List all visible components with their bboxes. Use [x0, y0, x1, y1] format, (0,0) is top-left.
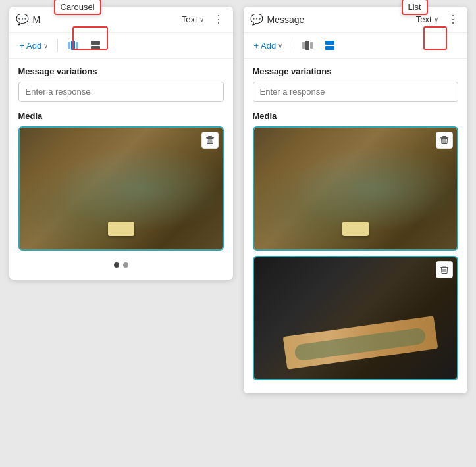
media-item-2-1 — [253, 126, 458, 251]
carousel-dots — [18, 256, 224, 272]
svg-rect-11 — [305, 41, 309, 50]
chevron-down-icon-2: ∨ — [434, 16, 438, 23]
message-variations-label-2: Message variations — [253, 66, 458, 76]
more-icon-2[interactable]: ⋮ — [445, 12, 461, 27]
delete-media-2-2-button[interactable] — [436, 261, 453, 278]
add-chevron-icon: ∨ — [43, 42, 48, 49]
media-item-1 — [18, 126, 224, 251]
toolbar-separator-2 — [292, 39, 292, 52]
delete-media-2-1-button[interactable] — [436, 132, 453, 149]
list-view-button-2[interactable] — [320, 37, 340, 54]
svg-rect-10 — [302, 42, 305, 49]
svg-rect-6 — [208, 136, 212, 137]
text-button[interactable]: Text ∨ — [179, 13, 207, 26]
aerial-image-2 — [254, 128, 457, 249]
panel-content-2: Message variations Media — [244, 59, 467, 393]
list-tooltip: List — [402, 0, 428, 15]
aerial-image — [20, 128, 223, 249]
list-icon-2 — [324, 39, 336, 51]
svg-rect-12 — [310, 42, 313, 49]
chat-icon: 💬 — [16, 13, 29, 26]
list-panel: List 💬 Message Text ∨ ⋮ + Add ∨ — [244, 7, 467, 393]
plus-icon-2: + — [254, 41, 259, 51]
plus-icon: + — [20, 41, 25, 51]
response-input[interactable] — [18, 82, 224, 102]
chevron-down-icon: ∨ — [199, 16, 204, 23]
toolbar: + Add ∨ — [9, 33, 233, 59]
panel-content: Message variations Media — [9, 59, 233, 280]
list-icon — [90, 39, 101, 51]
carousel-panel: Carousel 💬 M Text ∨ ⋮ + Add ∨ — [9, 7, 233, 280]
media-label: Media — [18, 111, 224, 121]
svg-rect-3 — [91, 41, 100, 45]
media-label-2: Media — [253, 111, 458, 121]
trash-icon-3 — [440, 265, 449, 274]
add-chevron-icon-2: ∨ — [278, 42, 282, 49]
trash-icon — [205, 135, 215, 145]
add-button-2[interactable]: + Add ∨ — [250, 39, 287, 53]
toolbar-separator — [57, 39, 58, 52]
svg-rect-14 — [325, 46, 334, 50]
media-item-2-2 — [253, 256, 458, 380]
trash-icon-2 — [440, 135, 449, 145]
panel-title-2: Message — [267, 14, 410, 25]
chat-icon-2: 💬 — [250, 13, 263, 26]
svg-rect-4 — [91, 46, 100, 50]
svg-rect-1 — [71, 41, 75, 50]
delete-media-1-button[interactable] — [201, 132, 219, 149]
carousel-icon — [67, 39, 79, 51]
carousel-icon-2 — [302, 39, 313, 51]
dot-2[interactable] — [123, 262, 128, 268]
toolbar-2: + Add ∨ — [244, 33, 467, 59]
carousel-tooltip: Carousel — [54, 0, 101, 15]
svg-rect-0 — [68, 42, 70, 49]
fish-image — [254, 257, 457, 379]
panel-header-2: 💬 Message Text ∨ ⋮ — [244, 7, 467, 33]
dot-1[interactable] — [114, 262, 119, 268]
svg-rect-21 — [442, 266, 446, 267]
response-input-2[interactable] — [253, 82, 458, 102]
add-button[interactable]: + Add ∨ — [16, 39, 53, 53]
panel-header: 💬 M Text ∨ ⋮ — [9, 7, 233, 33]
message-variations-label: Message variations — [18, 66, 224, 76]
more-icon[interactable]: ⋮ — [211, 12, 226, 27]
panel-title: M — [33, 14, 175, 25]
svg-rect-16 — [442, 136, 446, 137]
carousel-view-button[interactable] — [63, 37, 83, 54]
list-view-button[interactable] — [86, 37, 105, 54]
svg-rect-2 — [76, 42, 78, 49]
svg-rect-13 — [325, 41, 334, 45]
carousel-view-button-2[interactable] — [298, 37, 317, 54]
